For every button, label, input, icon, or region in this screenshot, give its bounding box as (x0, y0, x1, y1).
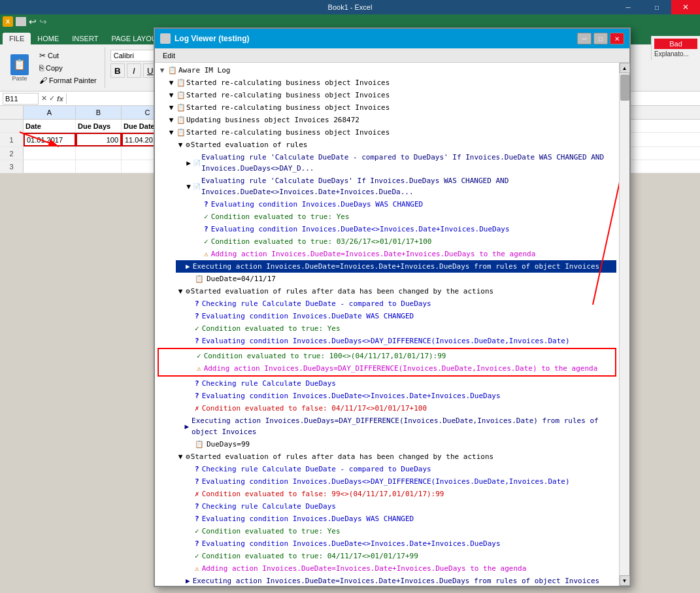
t2-icon: 📋 (176, 90, 186, 101)
dialog-titlebar: Log Viewer (testing) ─ □ ✕ (155, 29, 629, 48)
cut-label: Cut (48, 52, 59, 59)
minimize-btn[interactable]: ─ (614, 0, 642, 14)
t4-icon: 📋 (176, 114, 186, 126)
t6-toggle[interactable]: ▼ (176, 139, 185, 150)
undo-btn[interactable]: ↩ (29, 16, 37, 27)
dialog-content: ▼ 📋 Aware IM Log ▼ 📋 Started re-calculat… (155, 63, 629, 173)
cancel-formula-btn[interactable]: ✕ (41, 94, 47, 103)
t3-text: Started re-calculating business object I… (186, 102, 390, 113)
root-label: Aware IM Log (178, 65, 230, 76)
name-box[interactable] (3, 93, 39, 105)
cell-3-a[interactable] (24, 160, 76, 173)
office-logo: X (3, 16, 13, 27)
tree-item-7: ▶ 📄 Evaluating rule 'Calculate DueDate -… (185, 151, 616, 173)
row-num-3: 3 (0, 160, 24, 173)
copy-label: Copy (46, 64, 63, 72)
t1-icon: 📋 (176, 77, 186, 88)
dialog-window-controls[interactable]: ─ □ ✕ (577, 33, 624, 44)
t3-icon: 📋 (176, 102, 186, 113)
t6-icon: ⚙ (186, 139, 190, 150)
bold-button[interactable]: B (110, 63, 125, 78)
insert-function-btn[interactable]: fx (57, 95, 63, 103)
tab-insert[interactable]: INSERT (65, 33, 105, 44)
format-painter-button[interactable]: 🖌 Format Painter (37, 75, 99, 86)
tree-item-6: ▼ ⚙ Started evaluation of rules (176, 139, 616, 151)
menu-edit[interactable]: Edit (159, 50, 179, 61)
corner-header (0, 106, 24, 119)
dialog-title-area: Log Viewer (testing) (160, 33, 249, 44)
row-num-header (0, 120, 24, 132)
t2-toggle[interactable]: ▼ (167, 90, 176, 101)
t4-toggle[interactable]: ▼ (167, 114, 176, 126)
save-btn[interactable] (16, 17, 26, 26)
row-num-2: 2 (0, 147, 24, 160)
copy-button[interactable]: ⎘ Copy (37, 62, 99, 74)
dialog-scrollbar[interactable]: ▲ ▼ (619, 63, 629, 173)
t4-text: Updating business object Invoices 268472 (186, 114, 359, 126)
scroll-up-btn[interactable]: ▲ (620, 63, 630, 73)
cell-header-b[interactable]: Due Days (76, 120, 122, 132)
cell-1-a[interactable]: 01.01.2017 (24, 133, 76, 146)
tree-item-1: ▼ 📋 Started re-calculating business obje… (167, 76, 616, 89)
maximize-btn[interactable]: □ (642, 0, 671, 14)
row-num-1: 1 (0, 133, 24, 146)
log-viewer-dialog: Log Viewer (testing) ─ □ ✕ Edit ▼ 📋 Awar… (154, 27, 631, 173)
col-header-a[interactable]: A (24, 106, 76, 119)
explanatory-label: Explanato... (654, 50, 697, 58)
cell-2-a[interactable] (24, 147, 76, 160)
format-painter-label: Format Painter (49, 76, 97, 84)
quick-access-toolbar: X ↩ ↪ (0, 14, 700, 29)
formula-buttons: ✕ ✓ fx (41, 94, 63, 103)
t5-toggle[interactable]: ▼ (167, 127, 176, 138)
cell-2-b[interactable] (76, 147, 122, 160)
close-btn[interactable]: ✕ (671, 0, 700, 14)
redo-btn[interactable]: ↪ (39, 16, 47, 27)
tree-root: ▼ 📋 Aware IM Log (158, 64, 616, 76)
confirm-formula-btn[interactable]: ✓ (49, 94, 55, 103)
tree-item-5: ▼ 📋 Started re-calculating business obje… (167, 126, 616, 139)
t3-toggle[interactable]: ▼ (167, 102, 176, 113)
dialog-title: Log Viewer (testing) (175, 34, 249, 43)
t2-text: Started re-calculating business object I… (186, 90, 390, 101)
cell-header-a[interactable]: Date (24, 120, 76, 132)
cut-button[interactable]: ✂ Cut (37, 50, 99, 61)
tree-item-4: ▼ 📋 Updating business object Invoices 26… (167, 114, 616, 126)
paste-button[interactable]: 📋 Paste (5, 52, 34, 84)
t5-text: Started re-calculating business object I… (186, 127, 390, 138)
excel-titlebar: Book1 - Excel ─ □ ✕ (0, 0, 700, 14)
tab-file[interactable]: FILE (3, 33, 31, 44)
t1-toggle[interactable]: ▼ (167, 77, 176, 88)
t1-text: Started re-calculating business object I… (186, 77, 390, 88)
formula-divider (66, 93, 67, 104)
right-panel: Bad Explanato... (651, 36, 700, 60)
clipboard-small-btns: ✂ Cut ⎘ Copy 🖌 Format Painter (37, 50, 99, 86)
dialog-icon (160, 33, 171, 44)
t7-toggle[interactable]: ▶ (185, 158, 192, 169)
cell-3-b[interactable] (76, 160, 122, 173)
root-toggle[interactable]: ▼ (158, 65, 167, 76)
cell-1-b[interactable]: 100 (76, 133, 122, 146)
tree-view[interactable]: ▼ 📋 Aware IM Log ▼ 📋 Started re-calculat… (155, 63, 619, 173)
tree-item-2: ▼ 📋 Started re-calculating business obje… (167, 89, 616, 101)
col-header-b[interactable]: B (76, 106, 122, 119)
t7-icon: 📄 (193, 158, 201, 169)
dialog-menubar: Edit (155, 48, 629, 63)
root-icon: 📋 (168, 65, 177, 76)
excel-window-controls[interactable]: ─ □ ✕ (614, 0, 700, 14)
tree-item-3: ▼ 📋 Started re-calculating business obje… (167, 101, 616, 114)
bad-badge: Bad (654, 39, 697, 49)
clipboard-group: 📋 Paste ✂ Cut ⎘ Copy 🖌 Format Painter (5, 47, 105, 88)
dialog-maximize-btn[interactable]: □ (593, 33, 608, 44)
excel-title: Book1 - Excel (328, 3, 373, 11)
dialog-close-btn[interactable]: ✕ (610, 33, 624, 44)
scroll-thumb[interactable] (620, 75, 629, 101)
t7-text: Evaluating rule 'Calculate DueDate - com… (201, 152, 616, 173)
t5-icon: 📋 (176, 127, 186, 138)
t6-text: Started evaluation of rules (191, 139, 308, 150)
tab-home[interactable]: HOME (31, 33, 65, 44)
paste-icon: 📋 (10, 54, 29, 75)
dialog-minimize-btn[interactable]: ─ (577, 33, 592, 44)
paste-label: Paste (12, 75, 27, 82)
italic-button[interactable]: I (127, 63, 141, 78)
